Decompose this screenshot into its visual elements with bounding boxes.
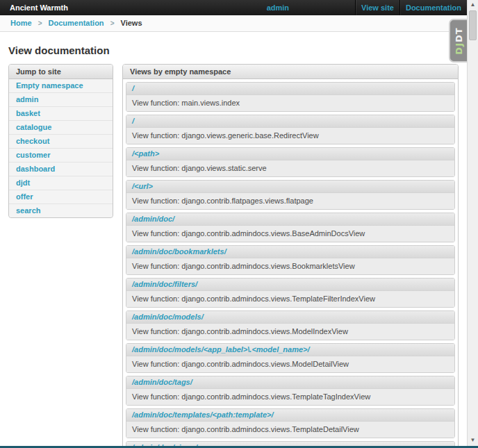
scroll-up-icon[interactable]: ▲: [468, 0, 478, 10]
view-url-header: /<url>: [126, 181, 454, 192]
view-function-text: View function: django.views.static.serve: [126, 160, 454, 176]
view-module: /admin/doc/models/ View function: django…: [126, 310, 455, 340]
view-url-link[interactable]: /: [132, 84, 134, 92]
view-module: /<url> View function: django.contrib.fla…: [126, 180, 455, 210]
djdt-label-white: DT: [454, 27, 464, 42]
sidebar-list: Empty namespace admin basket catalogue c…: [9, 79, 113, 217]
view-url-header: /<path>: [126, 148, 454, 160]
topbar-view-site-link[interactable]: View site: [355, 0, 399, 15]
sidebar-item-link[interactable]: search: [9, 204, 113, 217]
page-title: View documentation: [8, 44, 110, 56]
scrollbar-thumb[interactable]: [469, 10, 477, 40]
view-module: /admin/doc/templates/<path:template>/ Vi…: [126, 408, 455, 438]
djdt-handle-label: DJDT: [454, 27, 464, 54]
sidebar-item-link[interactable]: basket: [9, 107, 113, 120]
jump-to-site-sidebar: Jump to site Empty namespace admin baske…: [8, 64, 113, 218]
sidebar-item[interactable]: Empty namespace: [9, 79, 113, 93]
view-url-header: /admin/doc/filters/: [126, 279, 454, 290]
view-url-link[interactable]: /admin/doc/tags/: [132, 378, 192, 386]
sidebar-item[interactable]: customer: [9, 149, 113, 163]
sidebar-item[interactable]: dashboard: [9, 163, 113, 176]
view-function-text: View function: main.views.index: [126, 94, 454, 111]
content-area: Jump to site Empty namespace admin baske…: [8, 64, 459, 448]
view-function-text: View function: django.contrib.admindocs.…: [126, 258, 454, 274]
sidebar-item[interactable]: catalogue: [9, 121, 113, 135]
view-module: /<path> View function: django.views.stat…: [126, 147, 455, 177]
views-panel-header: Views by empty namespace: [123, 65, 458, 79]
scroll-down-icon[interactable]: ▼: [468, 435, 478, 445]
sidebar-item[interactable]: offer: [9, 190, 113, 204]
sidebar-item-link[interactable]: dashboard: [9, 163, 113, 176]
vertical-scrollbar[interactable]: ▲ ▼: [467, 0, 478, 448]
sidebar-item-link[interactable]: Empty namespace: [9, 79, 113, 92]
view-url-link[interactable]: /admin/doc/: [132, 215, 174, 223]
sidebar-header: Jump to site: [9, 65, 113, 79]
view-url-link[interactable]: /admin/doc/models/<app_label>\.<model_na…: [132, 345, 310, 354]
view-url-link[interactable]: /admin/doc/filters/: [132, 280, 197, 288]
view-url-header: /admin/doc/bookmarklets/: [126, 246, 454, 258]
view-module: /admin/doc/tags/ View function: django.c…: [126, 376, 455, 406]
view-function-text: View function: django.contrib.admindocs.…: [126, 225, 454, 242]
breadcrumb-home-link[interactable]: Home: [10, 19, 32, 27]
view-module: /admin/doc/filters/ View function: djang…: [126, 278, 455, 308]
topbar-documentation-link[interactable]: Documentation: [399, 0, 467, 15]
sidebar-item[interactable]: basket: [9, 107, 113, 121]
view-url-link[interactable]: /<url>: [132, 182, 153, 190]
sidebar-item[interactable]: checkout: [9, 135, 113, 149]
topbar-nav: View site Documentation: [355, 0, 467, 15]
view-url-link[interactable]: /<path>: [132, 149, 159, 158]
view-module: /admin/doc/ View function: django.contri…: [126, 213, 455, 242]
view-module: / View function: main.views.index: [126, 82, 455, 112]
view-url-link[interactable]: /admin/doc/models/: [132, 313, 204, 321]
view-url-header: /: [126, 115, 454, 127]
views-panel: Views by empty namespace / View function…: [122, 64, 459, 448]
view-function-text: View function: django.contrib.flatpages.…: [126, 192, 454, 209]
view-function-text: View function: django.contrib.admindocs.…: [126, 356, 454, 372]
sidebar-item-link[interactable]: catalogue: [9, 121, 113, 134]
sidebar-item-link[interactable]: djdt: [9, 176, 113, 190]
topbar-admin-link[interactable]: admin: [267, 0, 289, 15]
sidebar-item-link[interactable]: checkout: [9, 135, 113, 148]
view-url-link[interactable]: /: [132, 117, 134, 125]
topbar: Ancient Warmth admin View site Documenta…: [0, 0, 467, 15]
breadcrumb: Home > Documentation > Views: [0, 15, 467, 32]
breadcrumb-separator-icon: >: [110, 19, 115, 27]
view-url-header: /admin/doc/models/<app_label>\.<model_na…: [126, 344, 454, 356]
view-function-text: View function: django.contrib.admindocs.…: [126, 388, 454, 405]
view-url-header: /admin/doc/tags/: [126, 376, 454, 388]
sidebar-item[interactable]: admin: [9, 93, 113, 107]
breadcrumb-documentation-link[interactable]: Documentation: [49, 19, 104, 27]
sidebar-item-link[interactable]: offer: [9, 190, 113, 204]
view-module: /admin/doc/models/<app_label>\.<model_na…: [126, 343, 455, 373]
view-function-text: View function: django.contrib.admindocs.…: [126, 323, 454, 340]
view-url-header: /admin/doc/models/: [126, 311, 454, 323]
view-url-header: /admin/doc/templates/<path:template>/: [126, 409, 454, 421]
view-url-header: /admin/doc/: [126, 213, 454, 225]
sidebar-item[interactable]: search: [9, 204, 113, 217]
sidebar-item-link[interactable]: customer: [9, 149, 113, 162]
view-url-header: /: [126, 83, 454, 94]
breadcrumb-separator-icon: >: [38, 19, 42, 27]
view-url-link[interactable]: /admin/doc/bookmarklets/: [132, 247, 226, 256]
sidebar-item-link[interactable]: admin: [9, 93, 113, 106]
view-function-text: View function: django.contrib.admindocs.…: [126, 421, 454, 438]
view-url-link[interactable]: /admin/doc/templates/<path:template>/: [132, 410, 274, 419]
view-function-text: View function: django.views.generic.base…: [126, 127, 454, 144]
breadcrumb-current: Views: [121, 19, 142, 27]
djdt-toolbar-handle[interactable]: DJDT: [449, 19, 467, 63]
view-function-text: View function: django.contrib.admindocs.…: [126, 290, 454, 307]
djdt-label-green: DJ: [454, 42, 464, 55]
brand-title: Ancient Warmth: [0, 0, 68, 15]
view-module: / View function: django.views.generic.ba…: [126, 115, 455, 144]
views-list: / View function: main.views.index / View…: [123, 79, 458, 448]
sidebar-item[interactable]: djdt: [9, 176, 113, 190]
view-module: /admin/doc/bookmarklets/ View function: …: [126, 245, 455, 275]
